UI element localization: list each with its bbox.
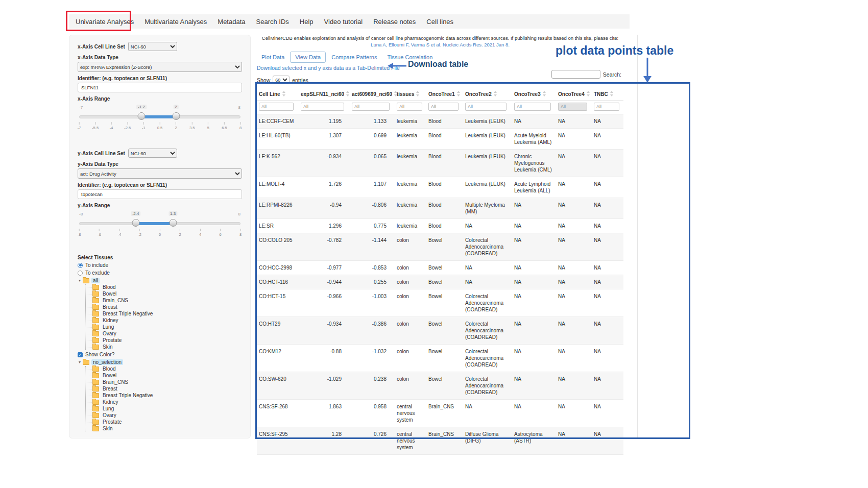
tree-node-breast[interactable]: Breast	[86, 386, 242, 392]
x-cell-line-set-select[interactable]: NCI-60	[128, 42, 177, 51]
column-header-tnbc[interactable]: TNBC	[592, 87, 623, 101]
show-color-option[interactable]: Show Color?	[78, 352, 242, 357]
table-cell: NA	[556, 372, 592, 400]
folder-icon	[92, 331, 99, 336]
tree-node-blood[interactable]: Blood	[86, 366, 242, 372]
nav-tab-univariate-analyses[interactable]: Univariate Analyses	[76, 18, 134, 26]
table-cell: NA	[556, 345, 592, 372]
nav-tab-help[interactable]: Help	[300, 18, 314, 26]
table-cell: -0.806	[350, 198, 395, 219]
nav-tab-multivariate-analyses[interactable]: Multivariate Analyses	[144, 18, 207, 26]
tree-node-kidney[interactable]: Kidney	[86, 399, 242, 405]
slider-handle-from[interactable]	[138, 112, 146, 120]
search-input[interactable]	[551, 70, 600, 79]
table-cell: CO:SW-620	[257, 372, 299, 400]
tab-view-data[interactable]: View Data	[290, 52, 326, 63]
x-range-slider[interactable]: -78-1.22-7-5.5-4-2.5-10.523.556.58	[79, 110, 240, 135]
tree-node-bowel[interactable]: Bowel	[86, 373, 242, 378]
column-header-tissues[interactable]: tissues	[395, 87, 426, 101]
table-cell: 0.775	[350, 219, 395, 233]
filter-cell	[556, 101, 592, 114]
download-link[interactable]: Download selected x and y axis data as a…	[257, 65, 400, 71]
tree-node-no-selection[interactable]: ▾no_selection	[79, 359, 242, 365]
tissue-include-option[interactable]: To include	[78, 262, 242, 268]
y-data-type-select[interactable]: act: Drug Activity	[78, 168, 242, 179]
tree-node-kidney[interactable]: Kidney	[86, 318, 242, 323]
folder-icon	[92, 345, 99, 350]
nav-tab-video-tutorial[interactable]: Video tutorial	[324, 18, 363, 26]
slider-handle-from[interactable]	[132, 219, 139, 227]
radio-icon	[78, 271, 83, 276]
entries-select[interactable]: 60	[273, 76, 290, 84]
tree-node-skin[interactable]: Skin	[86, 344, 242, 350]
table-cell: CNS:SF-268	[257, 400, 299, 427]
x-identifier-input[interactable]	[78, 83, 242, 92]
filter-input-oncotree4[interactable]	[558, 103, 587, 111]
table-cell: Brain_CNS	[426, 400, 463, 427]
y-identifier-input[interactable]	[78, 189, 242, 199]
table-cell: LE:MOLT-4	[257, 177, 299, 198]
column-header-label: OncoTree3	[514, 91, 541, 97]
table-cell: colon	[395, 345, 426, 372]
tree-node-bowel[interactable]: Bowel	[86, 291, 242, 297]
column-header-oncotree4[interactable]: OncoTree4	[556, 87, 592, 101]
filter-input-tnbc[interactable]	[594, 103, 619, 111]
x-data-type-select[interactable]: exp: mRNA Expression (Z-Score)	[78, 62, 242, 72]
tree-node-ovary[interactable]: Ovary	[86, 412, 242, 418]
table-cell: NA	[556, 261, 592, 275]
table-cell: Multiple Myeloma (MM)	[463, 198, 512, 219]
tree-node-prostate[interactable]: Prostate	[86, 419, 242, 425]
nav-tab-search-ids[interactable]: Search IDs	[256, 18, 289, 26]
search-control: Search:	[551, 70, 621, 79]
tab-plot-data[interactable]: Plot Data	[257, 52, 289, 62]
column-header-cell-line[interactable]: Cell Line	[257, 87, 299, 101]
tree-node-skin[interactable]: Skin	[86, 426, 242, 431]
filter-cell	[592, 101, 623, 114]
table-cell: NA	[592, 372, 623, 400]
tree-node-brain-cns[interactable]: Brain_CNS	[86, 298, 242, 303]
tissue-exclude-option[interactable]: To exclude	[78, 270, 242, 276]
tree-node-breast-triple-negative[interactable]: Breast Triple Negative	[86, 311, 242, 316]
slider-handle-to[interactable]	[172, 112, 180, 120]
column-header-oncotree1[interactable]: OncoTree1	[426, 87, 463, 101]
tree-node-ovary[interactable]: Ovary	[86, 331, 242, 336]
sort-icon	[416, 91, 420, 96]
tree-node-breast-triple-negative[interactable]: Breast Triple Negative	[86, 393, 242, 398]
filter-input-expslfn11-nci60[interactable]	[301, 103, 344, 111]
column-header-oncotree2[interactable]: OncoTree2	[463, 87, 512, 101]
filter-cell	[463, 101, 512, 114]
tree-node-lung[interactable]: Lung	[86, 324, 242, 330]
filter-input-oncotree2[interactable]	[465, 103, 507, 111]
table-cell: NA	[556, 289, 592, 317]
y-range-slider[interactable]: -88-2.41.3-8-6-4-202468	[79, 216, 240, 242]
slider-tick: 2	[175, 122, 177, 130]
slider-tick: 0	[159, 229, 161, 237]
tree-node-prostate[interactable]: Prostate	[86, 337, 242, 343]
y-cell-line-set-select[interactable]: NCI-60	[128, 149, 177, 158]
slider-handle-to[interactable]	[169, 219, 177, 227]
exclude-label: To exclude	[85, 270, 110, 276]
slider-tick: -5.5	[92, 122, 99, 130]
tree-node-brain-cns[interactable]: Brain_CNS	[86, 379, 242, 385]
tab-compare-patterns[interactable]: Compare Patterns	[327, 52, 381, 62]
filter-input-oncotree1[interactable]	[428, 103, 459, 111]
filter-input-tissues[interactable]	[397, 103, 422, 111]
column-header-oncotree3[interactable]: OncoTree3	[512, 87, 556, 101]
filter-input-act609699-nci60[interactable]	[352, 103, 390, 111]
table-cell: NA	[556, 198, 592, 219]
slider-tick: 4	[199, 229, 201, 237]
filter-input-cell-line[interactable]	[259, 103, 294, 111]
filter-input-oncotree3[interactable]	[514, 103, 551, 111]
tree-children: BloodBowelBrain_CNSBreastBreast Triple N…	[85, 284, 242, 350]
tree-node-all[interactable]: ▾all	[79, 278, 242, 283]
column-header-act609699-nci60[interactable]: act609699_nci60	[350, 87, 395, 101]
nav-tab-metadata[interactable]: Metadata	[218, 18, 245, 26]
sort-icon	[394, 91, 398, 96]
tree-node-blood[interactable]: Blood	[86, 284, 242, 290]
tree-node-lung[interactable]: Lung	[86, 406, 242, 411]
tree-node-breast[interactable]: Breast	[86, 304, 242, 310]
nav-tab-cell-lines[interactable]: Cell lines	[426, 18, 453, 26]
folder-icon	[92, 393, 99, 398]
column-header-expslfn11-nci60[interactable]: expSLFN11_nci60	[299, 87, 350, 101]
nav-tab-release-notes[interactable]: Release notes	[373, 18, 416, 26]
